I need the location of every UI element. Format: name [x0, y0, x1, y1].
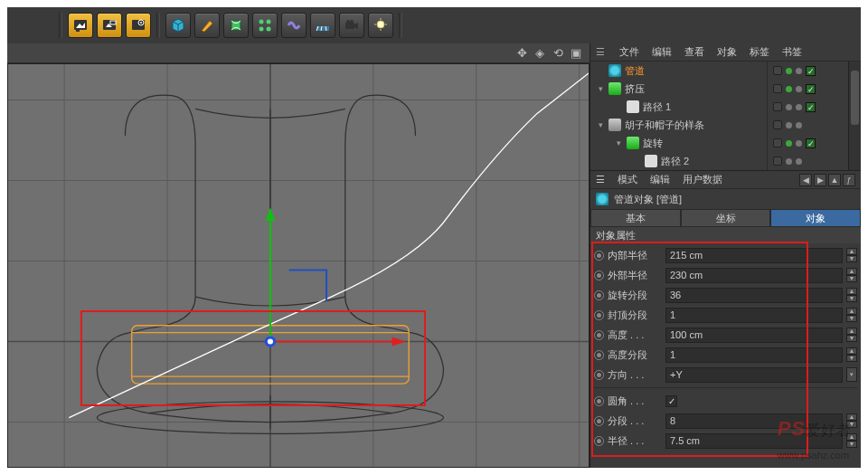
visibility-toggle[interactable] — [773, 84, 782, 93]
spinner[interactable]: ▲▼ — [846, 347, 857, 362]
tag-column — [767, 62, 848, 170]
svg-point-11 — [259, 20, 264, 24]
visibility-toggle[interactable] — [773, 157, 782, 166]
attr-nav-fn[interactable]: ƒ — [843, 174, 855, 186]
visibility-toggle[interactable] — [773, 138, 782, 147]
object-tree[interactable]: 管道 ▾挤压 路径 1 ▾胡子和帽子的样条 ▾旋转 路径 2 — [590, 62, 767, 170]
extrude-icon — [609, 82, 621, 95]
tab-object[interactable]: 对象 — [770, 209, 861, 227]
viewport-header: ✥ ◈ ⟲ ▣ — [7, 43, 590, 63]
svg-rect-2 — [76, 30, 80, 32]
dropdown-arrow[interactable]: ▾ — [846, 367, 857, 382]
spinner[interactable]: ▲▼ — [846, 308, 857, 322]
attr-tabs: 基本 坐标 对象 — [590, 209, 861, 227]
tag-checkbox[interactable] — [806, 102, 816, 112]
lathe-icon — [627, 137, 639, 149]
3d-viewport[interactable] — [7, 63, 590, 468]
spline-pen-button[interactable] — [194, 13, 220, 38]
menu-view[interactable]: 查看 — [684, 45, 704, 59]
attr-menu-userdata[interactable]: 用户数据 — [683, 173, 722, 186]
tube-icon — [609, 64, 621, 77]
tree-item-path1[interactable]: 路径 1 — [643, 100, 671, 114]
render-settings-button[interactable] — [126, 13, 151, 38]
tab-basic[interactable]: 基本 — [590, 209, 681, 227]
svg-marker-20 — [354, 23, 358, 29]
attr-nav-up[interactable]: ▲ — [828, 174, 841, 186]
expander-icon[interactable]: ▾ — [596, 84, 605, 93]
tree-item-path2[interactable]: 路径 2 — [661, 155, 689, 168]
tag-checkbox[interactable] — [806, 138, 816, 148]
spinner[interactable]: ▲▼ — [846, 248, 857, 262]
visibility-toggle[interactable] — [773, 102, 782, 111]
light-button[interactable] — [368, 13, 393, 38]
svg-point-13 — [259, 27, 264, 32]
svg-point-12 — [267, 20, 271, 24]
svg-point-21 — [346, 20, 350, 24]
attr-menu: ☰ 模式 编辑 用户数据 ◀ ▶ ▲ ƒ — [590, 171, 861, 189]
tag-checkbox[interactable] — [806, 66, 816, 76]
spinner[interactable]: ▲▼ — [846, 433, 857, 448]
menu-tags[interactable]: 标签 — [750, 45, 769, 59]
tree-item-group[interactable]: 胡子和帽子的样条 — [625, 119, 704, 132]
vp-layout-icon[interactable]: ▣ — [570, 47, 582, 60]
cube-primitive-button[interactable] — [165, 13, 191, 38]
tree-scrollbar[interactable] — [848, 62, 861, 170]
menu-object[interactable]: 对象 — [717, 45, 737, 59]
svg-point-8 — [140, 22, 142, 24]
attribute-manager: ☰ 模式 编辑 用户数据 ◀ ▶ ▲ ƒ 管道对象 [管道] 基本 — [590, 170, 861, 468]
tree-item-tube[interactable]: 管道 — [625, 64, 645, 78]
red-highlight-viewport — [80, 310, 426, 406]
attr-title: 管道对象 [管道] — [590, 189, 861, 209]
null-icon — [609, 119, 621, 131]
svg-marker-48 — [266, 207, 275, 221]
floor-environment-button[interactable] — [310, 13, 335, 38]
menu-bookmarks[interactable]: 书签 — [782, 45, 802, 59]
render-region-button[interactable] — [97, 13, 122, 38]
svg-point-22 — [350, 20, 354, 24]
camera-button[interactable] — [339, 13, 364, 38]
tube-icon — [596, 193, 609, 205]
visibility-toggle[interactable] — [773, 120, 782, 129]
tag-checkbox[interactable] — [806, 84, 816, 94]
vp-move-icon[interactable]: ✥ — [515, 47, 528, 60]
attr-nav-fwd[interactable]: ▶ — [814, 174, 826, 186]
attr-nav-back[interactable]: ◀ — [799, 174, 812, 186]
red-highlight-attributes — [591, 242, 808, 457]
spinner[interactable]: ▲▼ — [846, 268, 857, 282]
render-image-button[interactable] — [68, 13, 93, 38]
spline-icon — [645, 155, 657, 167]
menu-handle-icon[interactable]: ☰ — [596, 174, 605, 185]
attr-menu-mode[interactable]: 模式 — [618, 173, 637, 186]
attr-title-label: 管道对象 [管道] — [614, 193, 682, 206]
spinner[interactable]: ▲▼ — [846, 288, 857, 302]
vp-zoom-icon[interactable]: ◈ — [533, 47, 546, 60]
object-manager-menu: ☰ 文件 编辑 查看 对象 标签 书签 — [590, 43, 861, 62]
spinner[interactable]: ▲▼ — [846, 328, 857, 342]
expander-icon[interactable]: ▾ — [596, 120, 605, 129]
menu-edit[interactable]: 编辑 — [652, 45, 672, 59]
svg-rect-19 — [345, 23, 354, 29]
spline-icon — [627, 100, 639, 113]
tree-item-lathe[interactable]: 旋转 — [643, 137, 663, 150]
tree-item-extrude[interactable]: 挤压 — [625, 82, 645, 96]
spinner[interactable]: ▲▼ — [846, 413, 857, 428]
attr-menu-edit[interactable]: 编辑 — [650, 173, 670, 186]
menu-file[interactable]: 文件 — [619, 45, 639, 59]
svg-point-23 — [377, 21, 384, 28]
object-manager: ☰ 文件 编辑 查看 对象 标签 书签 管道 ▾挤压 路径 1 ▾胡子和帽子的样… — [590, 43, 861, 170]
nurbs-button[interactable] — [223, 13, 249, 38]
main-toolbar — [7, 7, 861, 43]
deformer-button[interactable] — [281, 13, 307, 38]
visibility-toggle[interactable] — [773, 66, 782, 75]
svg-point-14 — [267, 27, 271, 32]
menu-handle-icon[interactable]: ☰ — [596, 46, 603, 58]
vp-rotate-icon[interactable]: ⟲ — [552, 47, 564, 60]
expander-icon[interactable]: ▾ — [614, 138, 623, 147]
tab-coord[interactable]: 坐标 — [681, 209, 771, 227]
array-generator-button[interactable] — [252, 13, 278, 38]
